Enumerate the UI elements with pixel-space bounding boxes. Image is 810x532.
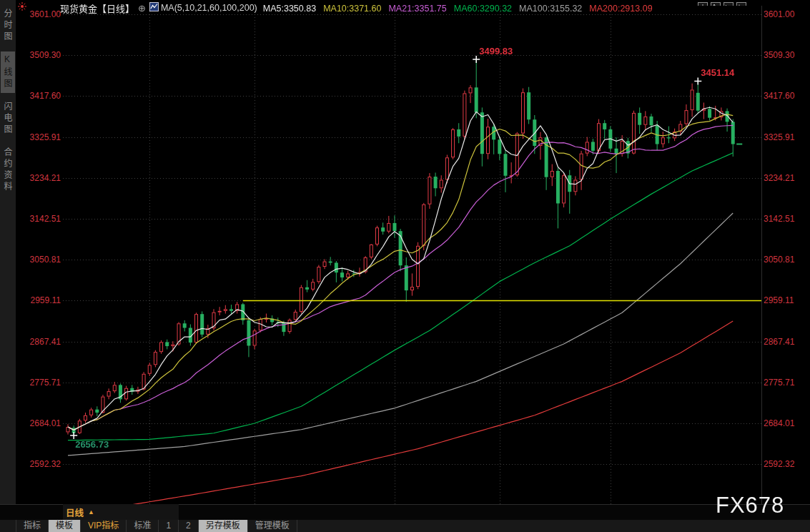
bottom-tabs-bar: 指标模板VIP指标标准12另存模板管理模板 <box>0 520 810 532</box>
trading-app-window: 分时图K线图闪电图合约资料 现货黄金 【日线】 ⊕ MA(5,10,21,60,… <box>0 0 810 532</box>
tab-manage-templates[interactable]: 管理模板 <box>248 520 297 532</box>
sidebar-item-time-chart[interactable]: 分时图 <box>1 6 15 46</box>
ma-legend-item: MA100:3155.32 <box>519 4 582 14</box>
tab-templates[interactable]: 模板 <box>49 520 81 532</box>
y-tick-left: 2775.71 <box>25 378 61 388</box>
watermark-logo: FX678 <box>716 493 784 518</box>
y-tick-left: 2592.32 <box>25 459 61 469</box>
hot-indicator-icon <box>18 1 26 14</box>
candlestick-chart-canvas[interactable] <box>63 6 761 504</box>
ma-indicator-icon[interactable] <box>149 1 159 14</box>
y-tick-left: 2959.11 <box>25 295 61 305</box>
y-tick-left: 3325.91 <box>25 132 61 142</box>
sidebar-item-kline-chart[interactable]: K线图 <box>1 51 15 93</box>
ma-legend-item: MA21:3351.75 <box>388 4 446 14</box>
chart-toolbar: 现货黄金 【日线】 ⊕ MA(5,10,21,60,100,200) MA5:3… <box>16 0 810 16</box>
y-tick-left: 2867.41 <box>25 337 61 347</box>
y-tick-right: 3509.30 <box>764 50 799 60</box>
expand-icon[interactable]: ⊕ <box>138 3 146 14</box>
sidebar-item-lightning-chart[interactable]: 闪电图 <box>1 99 15 139</box>
period-tag: 【日线】 <box>97 1 134 15</box>
sidebar-item-contract-info[interactable]: 合约资料 <box>1 144 15 196</box>
y-tick-right: 3234.21 <box>764 173 799 183</box>
ma-legend-item: MA10:3371.60 <box>323 4 381 14</box>
plot-right-border <box>761 6 762 504</box>
y-tick-right: 2959.11 <box>764 295 799 305</box>
ma-params-label: MA(5,10,21,60,100,200) <box>161 3 257 13</box>
tab-2[interactable]: 2 <box>179 520 199 532</box>
y-tick-right: 3325.91 <box>764 132 799 142</box>
tab-1[interactable]: 1 <box>159 520 179 532</box>
y-tick-left: 3234.21 <box>25 173 61 183</box>
tab-indicators[interactable]: 指标 <box>16 520 49 532</box>
y-tick-left: 3417.60 <box>25 91 61 101</box>
ma-legend-item: MA5:3350.83 <box>263 4 316 14</box>
symbol-title: 现货黄金 <box>60 1 97 15</box>
tab-vip-indicators[interactable]: VIP指标 <box>81 520 127 532</box>
y-tick-right: 3417.60 <box>764 91 799 101</box>
period-selector[interactable]: 日线 ▲ <box>63 504 179 520</box>
y-tick-right: 3050.81 <box>764 255 799 265</box>
y-tick-left: 3509.30 <box>25 50 61 60</box>
y-tick-left: 3050.81 <box>25 255 61 265</box>
y-tick-right: 2867.41 <box>764 337 799 347</box>
ma-legend-item: MA60:3290.32 <box>454 4 512 14</box>
ma-legend: MA5:3350.83MA10:3371.60MA21:3351.75MA60:… <box>263 1 660 14</box>
y-tick-right: 2592.32 <box>764 459 799 469</box>
period-selector-label: 日线 <box>66 506 84 519</box>
ma-legend-item: MA200:2913.09 <box>589 4 652 14</box>
tab-standard[interactable]: 标准 <box>127 520 159 532</box>
y-tick-left: 3142.51 <box>25 214 61 224</box>
period-arrow-icon: ▲ <box>88 508 94 516</box>
y-tick-right: 2684.01 <box>764 418 799 428</box>
tab-save-template[interactable]: 另存模板 <box>199 520 248 532</box>
y-tick-right: 2775.71 <box>764 378 799 388</box>
y-tick-right: 3142.51 <box>764 214 799 224</box>
chart-type-sidebar: 分时图K线图闪电图合约资料 <box>0 0 16 504</box>
y-tick-left: 2684.01 <box>25 418 61 428</box>
